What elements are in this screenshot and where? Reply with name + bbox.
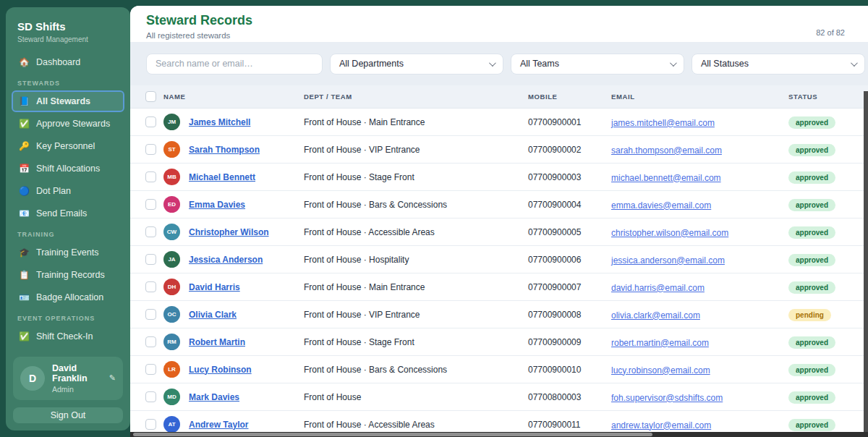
vertical-scrollbar[interactable] [864, 91, 868, 437]
table-row: DH David Harris Front of House · Main En… [130, 273, 868, 301]
sidebar-item-training-records[interactable]: 📋 Training Records [12, 264, 124, 286]
blue-dot-icon: 🔵 [19, 186, 30, 196]
dept-team-cell: Front of House · VIP Entrance [304, 145, 528, 155]
email-link[interactable]: andrew.taylor@email.com [611, 420, 711, 430]
status-badge: approved [788, 364, 835, 376]
page-subtitle: All registered stewards [146, 31, 252, 40]
email-link[interactable]: olivia.clark@email.com [611, 310, 700, 321]
table-row: ED Emma Davies Front of House · Bars & C… [130, 191, 868, 218]
steward-name-link[interactable]: Sarah Thompson [189, 145, 260, 155]
sidebar-wrap: SD Shifts Steward Management 🏠 Dashboard… [0, 0, 130, 437]
avatar: MB [163, 169, 180, 185]
email-link[interactable]: michael.bennett@email.com [611, 173, 721, 183]
email-link[interactable]: david.harris@email.com [611, 283, 705, 293]
avatar: JA [163, 251, 180, 268]
badge-icon: 🪪 [19, 292, 30, 302]
status-badge: approved [788, 254, 835, 266]
row-checkbox[interactable] [145, 309, 156, 320]
table-row: JA Jessica Anderson Front of House · Hos… [130, 246, 868, 273]
sidebar-item-approve-stewards[interactable]: ✅ Approve Stewards [12, 113, 124, 135]
select-all-checkbox[interactable] [145, 91, 156, 102]
column-header-status: STATUS [788, 93, 868, 101]
department-filter-select[interactable]: All Departments [330, 54, 503, 75]
row-checkbox[interactable] [145, 199, 156, 210]
user-avatar: D [20, 366, 45, 391]
email-link[interactable]: sarah.thompson@email.com [611, 145, 722, 156]
horizontal-scrollbar[interactable] [130, 432, 868, 437]
row-checkbox[interactable] [145, 281, 156, 292]
row-checkbox[interactable] [145, 116, 156, 127]
steward-name-link[interactable]: Robert Martin [189, 337, 245, 347]
row-checkbox[interactable] [145, 336, 156, 347]
email-link[interactable]: robert.martin@email.com [611, 338, 709, 348]
mobile-cell: 07700900007 [528, 282, 611, 292]
sidebar-item-tabard-counts[interactable]: 👕 Tabard Counts [12, 348, 124, 352]
status-filter-select[interactable]: All Statuses [692, 54, 865, 75]
filter-bar: All Departments All Teams All Statuses [130, 42, 868, 85]
steward-name-link[interactable]: David Harris [189, 282, 240, 292]
status-badge: approved [788, 336, 835, 349]
email-link[interactable]: james.mitchell@email.com [611, 118, 715, 128]
sidebar-item-shift-check-in[interactable]: ✅ Shift Check-In [12, 326, 124, 347]
steward-name-link[interactable]: Olivia Clark [189, 310, 237, 320]
edit-profile-icon[interactable]: ✎ [109, 373, 116, 383]
mobile-cell: 07700900010 [528, 365, 611, 375]
status-badge: approved [788, 199, 835, 211]
sidebar-item-dot-plan[interactable]: 🔵 Dot Plan [12, 180, 124, 202]
status-badge: approved [788, 226, 835, 239]
steward-name-link[interactable]: Christopher Wilson [189, 227, 269, 237]
sidebar-item-dashboard[interactable]: 🏠 Dashboard [12, 51, 124, 73]
graduation-cap-icon: 🎓 [19, 247, 30, 258]
status-badge: approved [788, 419, 835, 431]
email-link[interactable]: emma.davies@email.com [611, 200, 711, 211]
table-row: OC Olivia Clark Front of House · VIP Ent… [130, 301, 868, 328]
row-checkbox[interactable] [145, 364, 156, 375]
steward-name-link[interactable]: James Mitchell [189, 117, 250, 127]
avatar: ED [163, 196, 180, 213]
search-input[interactable] [146, 54, 323, 75]
row-checkbox[interactable] [145, 254, 156, 265]
email-link[interactable]: jessica.anderson@email.com [611, 255, 725, 266]
steward-name-link[interactable]: Mark Davies [189, 392, 239, 402]
sign-out-button[interactable]: Sign Out [13, 407, 123, 423]
avatar: RM [163, 334, 180, 350]
sidebar-item-all-stewards[interactable]: 📘 All Stewards [12, 90, 124, 112]
sidebar-item-send-emails[interactable]: 📧 Send Emails [12, 203, 124, 224]
mobile-cell: 07700900009 [528, 337, 611, 347]
mobile-cell: 07700900003 [528, 172, 611, 182]
dept-team-cell: Front of House · Accessible Areas [304, 420, 528, 430]
sidebar-item-badge-allocation[interactable]: 🪪 Badge Allocation [12, 287, 124, 308]
department-filter-value: All Departments [339, 59, 404, 69]
dept-team-cell: Front of House · Main Entrance [304, 282, 528, 292]
user-card[interactable]: D David Franklin Admin ✎ [13, 357, 123, 400]
steward-name-link[interactable]: Lucy Robinson [189, 365, 252, 375]
row-checkbox[interactable] [145, 226, 156, 237]
sidebar-item-label: Send Emails [36, 208, 87, 218]
sidebar-section-label: STEWARDS [12, 74, 124, 90]
email-link[interactable]: foh.supervisor@sdshifts.com [611, 393, 723, 403]
steward-name-link[interactable]: Andrew Taylor [189, 420, 248, 430]
book-icon: 📘 [19, 96, 30, 106]
sidebar-item-training-events[interactable]: 🎓 Training Events [12, 242, 124, 263]
dept-team-cell: Front of House · Bars & Concessions [304, 365, 528, 375]
row-checkbox[interactable] [145, 419, 156, 430]
row-checkbox[interactable] [145, 144, 156, 155]
avatar: CW [163, 224, 180, 240]
page-title: Steward Records [146, 13, 252, 28]
steward-name-link[interactable]: Emma Davies [189, 200, 245, 210]
sidebar-item-key-personnel[interactable]: 🔑 Key Personnel [12, 135, 124, 157]
email-link[interactable]: christopher.wilson@email.com [611, 228, 728, 238]
mobile-cell: 07700900002 [528, 145, 611, 155]
status-badge: pending [788, 309, 831, 321]
table-row: JM James Mitchell Front of House · Main … [130, 109, 868, 136]
table-header: NAME DEPT / TEAM MOBILE EMAIL STATUS [130, 85, 868, 109]
chevron-down-icon [489, 59, 496, 67]
email-link[interactable]: lucy.robinson@email.com [611, 365, 710, 376]
steward-name-link[interactable]: Jessica Anderson [189, 255, 263, 265]
horizontal-scrollbar-thumb[interactable] [133, 433, 652, 436]
team-filter-select[interactable]: All Teams [511, 54, 684, 75]
steward-name-link[interactable]: Michael Bennett [189, 172, 255, 182]
sidebar-item-shift-allocations[interactable]: 📅 Shift Allocations [12, 158, 124, 179]
row-checkbox[interactable] [145, 171, 156, 182]
row-checkbox[interactable] [145, 391, 156, 402]
